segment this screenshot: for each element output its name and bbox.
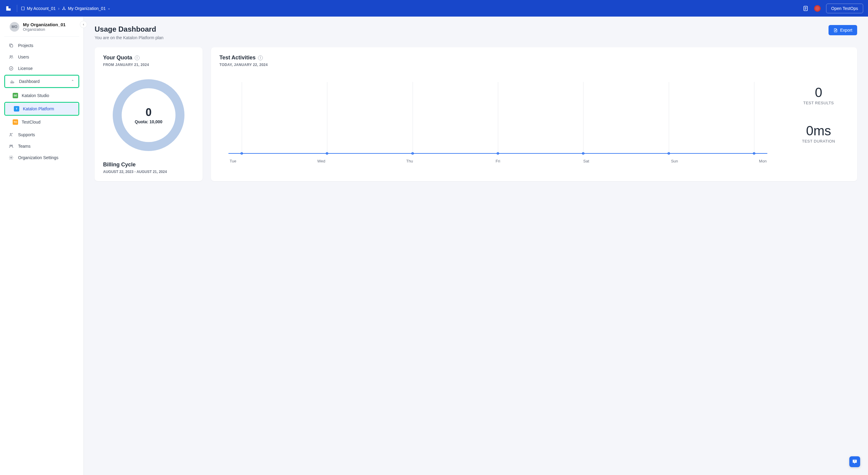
katalon-studio-icon: SE [13, 93, 18, 98]
main-content: Usage Dashboard You are on the Katalon P… [84, 17, 868, 475]
sidebar-item-supports[interactable]: Supports [4, 129, 79, 140]
grid-line [498, 82, 498, 154]
quota-card: Your Quota i FROM JANUARY 21, 2024 0 Quo… [95, 47, 203, 181]
activities-title: Test Activities i [219, 55, 776, 61]
export-button-label: Export [840, 28, 852, 33]
sidebar-nav: Projects Users License Dashboard ⌃ [0, 40, 84, 163]
dashboard-subnav: SE Katalon Studio T Katalon Platform TC … [4, 89, 79, 129]
grid-line [583, 82, 584, 154]
breadcrumb-account[interactable]: My Account_01 [21, 6, 56, 11]
x-axis-label: Mon [755, 159, 770, 163]
chevron-down-icon: ⌄ [107, 6, 110, 10]
test-duration-value: 0ms [788, 123, 849, 138]
test-results-label: TEST RESULTS [788, 101, 849, 105]
highlight-katalon-platform: T Katalon Platform [4, 102, 79, 116]
chart-bar-icon [9, 79, 15, 84]
users-icon [8, 54, 14, 60]
chevron-right-icon: › [58, 6, 60, 11]
breadcrumb: My Account_01 › My Organization_01 ⌄ [21, 6, 110, 11]
sidebar-item-label: Organization Settings [18, 155, 59, 160]
svg-point-18 [11, 145, 13, 146]
building-icon [21, 6, 25, 10]
sidebar-item-label: License [18, 66, 33, 71]
org-avatar: MO [10, 22, 19, 32]
divider [17, 5, 17, 12]
breadcrumb-account-label: My Account_01 [27, 6, 56, 11]
org-header[interactable]: MO My Organization_01 Organization [4, 22, 79, 37]
activities-title-text: Test Activities [219, 55, 255, 61]
quota-used-value: 0 [135, 106, 162, 119]
page-subtitle: You are on the Katalon Platform plan [95, 35, 163, 40]
breadcrumb-org[interactable]: My Organization_01 ⌄ [62, 6, 110, 11]
open-testops-button[interactable]: Open TestOps [826, 4, 863, 13]
svg-point-17 [10, 145, 11, 146]
svg-text:?: ? [854, 460, 855, 463]
sidebar-item-users[interactable]: Users [4, 51, 79, 63]
app-logo[interactable] [5, 5, 12, 12]
sidebar-item-teams[interactable]: Teams [4, 140, 79, 152]
x-axis-label: Wed [314, 159, 329, 163]
svg-point-7 [65, 9, 65, 10]
svg-point-13 [10, 56, 11, 57]
svg-point-5 [64, 7, 64, 7]
chevron-up-icon: ⌃ [71, 79, 74, 84]
quota-date-range: FROM JANUARY 21, 2024 [103, 63, 194, 67]
highlight-dashboard: Dashboard ⌃ [4, 75, 79, 88]
subnav-item-testcloud[interactable]: TC TestCloud [4, 116, 79, 128]
sidebar-item-license[interactable]: License [4, 63, 79, 74]
subnav-item-label: Katalon Studio [22, 93, 49, 98]
sidebar-item-org-settings[interactable]: Organization Settings [4, 152, 79, 163]
sidebar-item-label: Projects [18, 43, 33, 48]
gear-icon [8, 155, 14, 160]
subnav-item-label: TestCloud [22, 120, 40, 124]
help-fab-button[interactable]: ? [849, 456, 860, 467]
sidebar-collapse-button[interactable]: ‹ [80, 21, 87, 28]
org-type-label: Organization [23, 27, 66, 32]
info-icon[interactable]: i [135, 56, 140, 60]
x-axis-label: Sun [667, 159, 682, 163]
x-axis-labels: TueWedThuFriSatSunMon [219, 159, 776, 163]
subnav-item-katalon-studio[interactable]: SE Katalon Studio [4, 90, 79, 101]
svg-point-16 [10, 133, 11, 134]
sidebar-item-label: Teams [18, 144, 30, 149]
sidebar: ‹ MO My Organization_01 Organization Pro… [0, 17, 84, 475]
chart-series-line [228, 153, 767, 154]
topbar: My Account_01 › My Organization_01 ⌄ Ope… [0, 0, 868, 17]
svg-rect-0 [22, 7, 24, 10]
check-circle-icon [8, 66, 14, 71]
globe-icon[interactable] [814, 5, 821, 12]
test-results-value: 0 [788, 85, 849, 100]
quota-title: Your Quota i [103, 55, 194, 61]
export-button[interactable]: Export [829, 25, 857, 35]
sidebar-item-dashboard[interactable]: Dashboard ⌃ [5, 76, 79, 87]
donut-center: 0 Quota: 10,000 [135, 106, 162, 124]
testcloud-icon: TC [13, 119, 18, 125]
svg-point-15 [9, 67, 13, 70]
katalon-platform-icon: T [14, 106, 19, 112]
grid-line [242, 82, 242, 154]
activities-date: TODAY, JANUARY 22, 2024 [219, 63, 776, 67]
quota-title-text: Your Quota [103, 55, 132, 61]
sidebar-item-label: Supports [18, 132, 35, 137]
x-axis-label: Fri [490, 159, 505, 163]
activities-chart-area: Test Activities i TODAY, JANUARY 22, 202… [219, 55, 776, 174]
svg-point-19 [10, 157, 12, 158]
subnav-item-label: Katalon Platform [23, 106, 54, 111]
teams-icon [8, 144, 14, 149]
sidebar-item-label: Users [18, 55, 29, 59]
support-icon [8, 132, 14, 137]
help-icon: ? [852, 459, 858, 465]
activities-card: Test Activities i TODAY, JANUARY 22, 202… [211, 47, 857, 181]
page-header: Usage Dashboard You are on the Katalon P… [95, 25, 857, 40]
org-tree-icon [62, 6, 66, 10]
subnav-item-katalon-platform[interactable]: T Katalon Platform [5, 103, 78, 115]
notes-icon[interactable] [803, 5, 809, 11]
svg-rect-12 [10, 44, 13, 47]
info-icon[interactable]: i [258, 56, 263, 60]
x-axis-label: Tue [225, 159, 241, 163]
org-name: My Organization_01 [23, 22, 66, 27]
billing-cycle-dates: AUGUST 22, 2023 - AUGUST 21, 2024 [103, 170, 194, 174]
billing-cycle-title: Billing Cycle [103, 162, 194, 168]
sidebar-item-projects[interactable]: Projects [4, 40, 79, 51]
sidebar-item-label: Dashboard [19, 79, 40, 84]
